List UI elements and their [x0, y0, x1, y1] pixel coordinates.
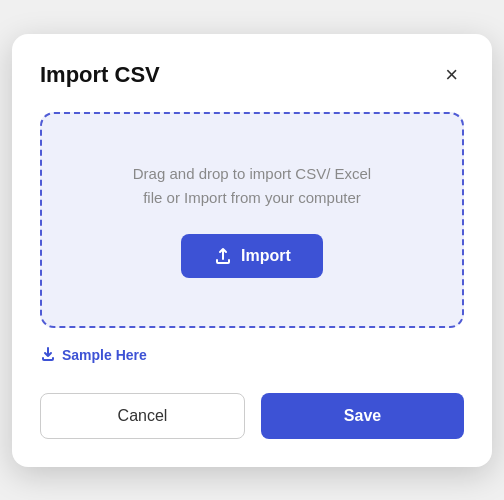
footer-buttons: Cancel Save — [40, 393, 464, 439]
upload-icon — [213, 246, 233, 266]
sample-link-label: Sample Here — [62, 347, 147, 363]
save-button[interactable]: Save — [261, 393, 464, 439]
drop-zone[interactable]: Drag and drop to import CSV/ Excel file … — [40, 112, 464, 328]
import-button-label: Import — [241, 247, 291, 265]
import-button[interactable]: Import — [181, 234, 323, 278]
modal-title: Import CSV — [40, 62, 160, 88]
sample-link[interactable]: Sample Here — [40, 346, 147, 365]
modal-header: Import CSV × — [40, 62, 464, 88]
cancel-button[interactable]: Cancel — [40, 393, 245, 439]
drop-zone-text: Drag and drop to import CSV/ Excel file … — [133, 162, 371, 210]
download-icon — [40, 346, 56, 365]
close-button[interactable]: × — [439, 62, 464, 88]
import-csv-modal: Import CSV × Drag and drop to import CSV… — [12, 34, 492, 467]
